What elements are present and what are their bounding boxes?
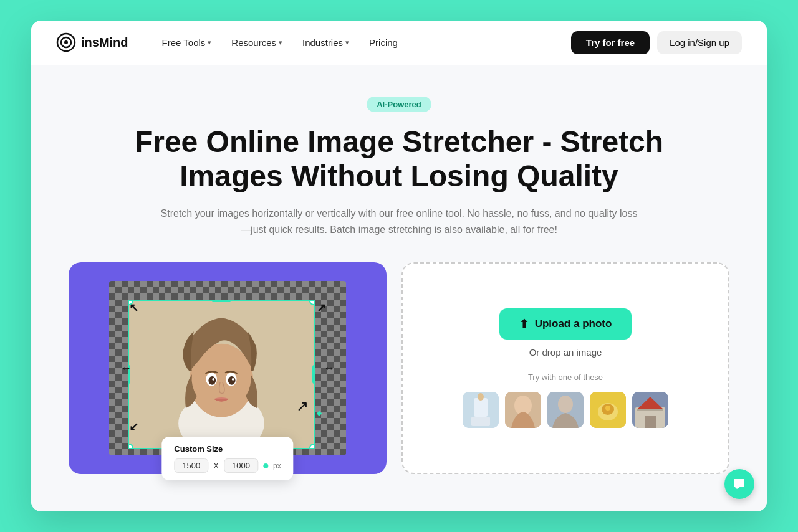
arrow-bottomleft-icon: ↙ [129,420,138,434]
svg-point-12 [228,376,236,385]
unit-label: px [273,462,281,470]
sample-image-3[interactable] [547,392,584,428]
svg-point-14 [232,378,234,381]
svg-rect-31 [637,409,663,411]
arrow-middleright-icon: ↔ [324,362,335,375]
resize-handle-br[interactable] [309,444,315,449]
chat-icon [732,477,747,492]
ai-badge: AI-Powered [367,97,431,112]
chevron-down-icon: ▾ [345,39,349,47]
nav-item-resources[interactable]: Resources ▾ [223,32,291,53]
logo-icon [56,32,76,52]
person-image [129,301,314,448]
sample-image-4[interactable] [590,392,626,428]
nav-item-free-tools[interactable]: Free Tools ▾ [153,32,221,53]
svg-marker-30 [645,416,656,428]
width-input[interactable]: 1500 [174,458,208,473]
sample-image-2[interactable] [505,392,541,428]
custom-size-label: Custom Size [174,444,281,454]
svg-point-2 [64,40,68,44]
svg-point-26 [605,406,610,411]
svg-rect-32 [734,479,744,487]
chevron-down-icon: ▾ [279,39,282,47]
nav-links: Free Tools ▾ Resources ▾ Industries ▾ Pr… [153,32,571,53]
size-fields: 1500 X 1000 px [174,458,281,473]
svg-rect-18 [471,417,490,426]
hero-section: AI-Powered Free Online Image Stretcher -… [69,97,729,238]
svg-rect-16 [474,398,488,417]
editor-panel: ↖ ↗ ↙ ↔ ↔ ↗ ⬥ Custom Size 1500 X 1000 [69,262,387,474]
link-icon [263,463,268,468]
page-title: Free Online Image Stretcher - Stretch Im… [118,125,680,193]
resize-handle-top[interactable] [212,300,231,302]
logo[interactable]: insMind [56,32,128,52]
cursor-icon: ↗ [296,397,309,415]
hero-subtitle: Stretch your images horizontally or vert… [156,206,642,237]
custom-size-popup: Custom Size 1500 X 1000 px [161,437,293,480]
x-separator: X [213,461,219,470]
drop-label: Or drop an image [529,347,602,358]
login-button[interactable]: Log in/Sign up [657,31,742,54]
svg-point-13 [212,378,214,381]
sample-images [463,392,668,428]
height-input[interactable]: 1000 [224,458,258,473]
chat-widget[interactable] [724,469,754,499]
upload-icon: ⬆ [519,317,529,331]
image-preview [128,300,315,449]
svg-point-22 [558,396,573,413]
upload-button[interactable]: ⬆ Upload a photo [499,308,632,340]
resize-handle-right[interactable] [312,365,315,384]
svg-point-17 [478,393,484,401]
arrow-topleft-icon: ↖ [129,301,138,315]
canvas-area: ↖ ↗ ↙ ↔ ↔ [109,281,346,455]
try-for-free-button[interactable]: Try for free [571,31,650,54]
arrow-middleleft-icon: ↔ [120,362,132,375]
sample-label: Try with one of these [528,373,603,382]
upload-panel[interactable]: ⬆ Upload a photo Or drop an image Try wi… [401,262,729,474]
tool-area: ↖ ↗ ↙ ↔ ↔ ↗ ⬥ Custom Size 1500 X 1000 [69,262,729,474]
svg-point-11 [208,376,216,385]
nav-actions: Try for free Log in/Sign up [571,31,742,54]
sample-image-5[interactable] [632,392,668,428]
chevron-down-icon: ▾ [208,39,211,47]
nav-item-pricing[interactable]: Pricing [360,32,406,53]
sample-image-1[interactable] [463,392,499,428]
logo-text: insMind [81,36,128,50]
nav-item-industries[interactable]: Industries ▾ [294,32,358,53]
stretch-arrow-icon: ⬥ [315,405,323,419]
arrow-topright-icon: ↗ [317,301,326,315]
